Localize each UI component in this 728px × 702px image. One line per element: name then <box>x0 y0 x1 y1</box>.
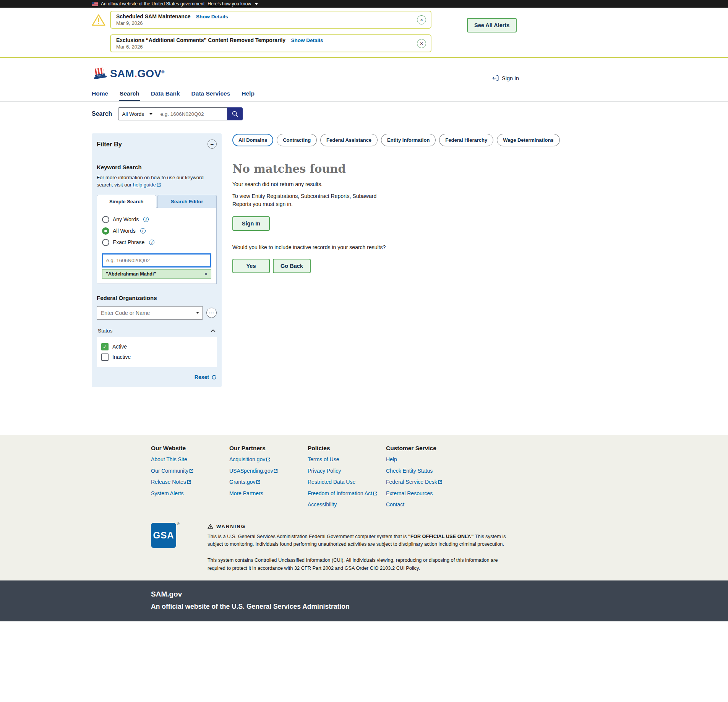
reset-filters-link[interactable]: Reset <box>195 374 209 380</box>
radio-all-words-label: All Words <box>113 228 136 234</box>
footer-link-federal-service-desk[interactable]: Federal Service Desk <box>386 479 464 486</box>
radio-any-words[interactable]: Any Words <box>102 216 211 223</box>
domain-pill-wage-determinations[interactable]: Wage Determinations <box>497 134 559 146</box>
footer-link-check-entity-status[interactable]: Check Entity Status <box>386 468 464 475</box>
no-matches-heading: No matches found <box>232 162 728 175</box>
footer-column-heading: Our Website <box>151 440 229 452</box>
footer-link-help[interactable]: Help <box>386 456 464 463</box>
heres-how-you-know-link[interactable]: Here’s how you know <box>208 1 251 6</box>
chip-remove-icon[interactable] <box>204 271 208 277</box>
sign-in-label: Sign In <box>502 75 519 81</box>
nav-item-data-bank[interactable]: Data Bank <box>150 87 181 101</box>
main-nav: Home Search Data Bank Data Services Help <box>0 87 728 102</box>
filter-by-title: Filter By <box>97 141 122 148</box>
more-options-button[interactable] <box>206 308 217 318</box>
status-inactive-option[interactable]: Inactive <box>101 353 212 361</box>
search-submit-button[interactable] <box>227 107 243 120</box>
nav-item-search[interactable]: Search <box>119 87 140 101</box>
nav-item-home[interactable]: Home <box>91 87 109 101</box>
footer-link-acquisition-gov[interactable]: Acquisition.gov <box>229 456 308 463</box>
search-label: Search <box>92 110 112 117</box>
domain-pill-entity-information[interactable]: Entity Information <box>381 134 436 146</box>
nav-item-help[interactable]: Help <box>241 87 255 101</box>
chevron-down-icon <box>149 113 152 115</box>
radio-exact-phrase[interactable]: Exact Phrase <box>102 239 211 246</box>
domain-pill-all-domains[interactable]: All Domains <box>232 134 273 146</box>
footer-column-heading: Our Partners <box>229 440 308 452</box>
alert-title: Scheduled SAM Maintenance <box>116 13 190 19</box>
keyword-chip: "Abdelrahman Mahdi" <box>102 269 211 279</box>
footer-link-foia[interactable]: Freedom of Information Act <box>308 490 386 497</box>
info-icon[interactable] <box>143 217 149 222</box>
external-link-icon <box>256 480 260 484</box>
status-active-option[interactable]: Active <box>101 343 212 350</box>
footer-link-usaspending-gov[interactable]: USASpending.gov <box>229 468 308 475</box>
external-link-icon <box>157 183 161 187</box>
checkbox-checked-icon <box>101 343 109 350</box>
status-accordion-header[interactable]: Status <box>97 326 217 337</box>
footer-link-terms-of-use[interactable]: Terms of Use <box>308 456 386 463</box>
domain-pill-federal-hierarchy[interactable]: Federal Hierarchy <box>439 134 493 146</box>
external-link-icon <box>438 480 442 484</box>
keyword-help-text: For more information on how to use our k… <box>97 174 217 189</box>
go-back-button[interactable]: Go Back <box>273 259 311 273</box>
uncle-sam-hat-icon <box>92 67 108 81</box>
samgov-page: An official website of the United States… <box>0 0 728 621</box>
checkbox-unchecked-icon <box>101 353 109 361</box>
footer-link-release-notes[interactable]: Release Notes <box>151 479 229 486</box>
warning-icon <box>208 524 213 529</box>
external-link-icon <box>274 469 278 473</box>
radio-exact-phrase-label: Exact Phrase <box>113 239 144 245</box>
footer-link-external-resources[interactable]: External Resources <box>386 490 464 497</box>
site-header: SAM.GOV® Sign In <box>0 58 728 87</box>
yes-button[interactable]: Yes <box>232 259 270 273</box>
footer-link-more-partners[interactable]: More Partners <box>229 490 308 497</box>
show-details-link[interactable]: Show Details <box>291 37 323 43</box>
show-details-link[interactable]: Show Details <box>196 14 228 19</box>
minus-icon <box>211 141 214 148</box>
help-guide-link[interactable]: help guide <box>133 182 161 188</box>
tab-search-editor[interactable]: Search Editor <box>157 195 217 208</box>
footer-column-our-partners: Our Partners Acquisition.gov USASpending… <box>229 440 308 513</box>
footer-link-privacy-policy[interactable]: Privacy Policy <box>308 468 386 475</box>
alert-list: Scheduled SAM Maintenance Show Details M… <box>110 11 431 52</box>
keyword-search-heading: Keyword Search <box>97 164 217 170</box>
tab-simple-search[interactable]: Simple Search <box>97 195 156 208</box>
agency-footer: SAM.gov An official website of the U.S. … <box>0 580 728 621</box>
search-type-select[interactable]: All Words <box>118 107 156 120</box>
footer-link-our-community[interactable]: Our Community <box>151 468 229 475</box>
footer-link-about-this-site[interactable]: About This Site <box>151 456 229 463</box>
keyword-input[interactable] <box>102 253 211 268</box>
collapse-filters-button[interactable] <box>208 139 217 149</box>
us-flag-icon <box>92 2 98 6</box>
radio-unchecked-icon <box>102 216 109 223</box>
info-icon[interactable] <box>140 228 146 233</box>
footer-official-line: An official website of the U.S. General … <box>151 603 728 611</box>
search-input[interactable] <box>156 107 227 120</box>
alert-close-button[interactable] <box>417 15 426 24</box>
domain-pill-federal-assistance[interactable]: Federal Assistance <box>320 134 378 146</box>
footer-link-accessibility[interactable]: Accessibility <box>308 501 386 508</box>
footer-column-heading: Customer Service <box>386 440 464 452</box>
keyword-tabs: Simple Search Search Editor <box>97 195 217 208</box>
footer-link-contact[interactable]: Contact <box>386 501 464 508</box>
brand-text: SAM.GOV® <box>110 68 165 80</box>
sign-in-button[interactable]: Sign In <box>232 216 270 231</box>
see-all-alerts-button[interactable]: See All Alerts <box>467 18 517 32</box>
combobox-placeholder: Enter Code or Name <box>101 310 150 316</box>
domain-pill-contracting[interactable]: Contracting <box>277 134 317 146</box>
warning-title: WARNING <box>216 524 246 529</box>
federal-organizations-combobox[interactable]: Enter Code or Name <box>97 306 203 320</box>
info-icon[interactable] <box>149 240 154 245</box>
nav-item-data-services[interactable]: Data Services <box>191 87 231 101</box>
footer-site-name: SAM.gov <box>151 590 728 598</box>
samgov-logo[interactable]: SAM.GOV® <box>92 67 728 81</box>
radio-all-words[interactable]: All Words <box>102 227 211 235</box>
radio-unchecked-icon <box>102 239 109 246</box>
footer-link-system-alerts[interactable]: System Alerts <box>151 490 229 497</box>
sign-in-link[interactable]: Sign In <box>492 75 519 82</box>
status-options: Active Inactive <box>97 337 217 367</box>
alert-close-button[interactable] <box>417 39 426 48</box>
footer-link-restricted-data-use[interactable]: Restricted Data Use <box>308 479 386 486</box>
footer-link-grants-gov[interactable]: Grants.gov <box>229 479 308 486</box>
